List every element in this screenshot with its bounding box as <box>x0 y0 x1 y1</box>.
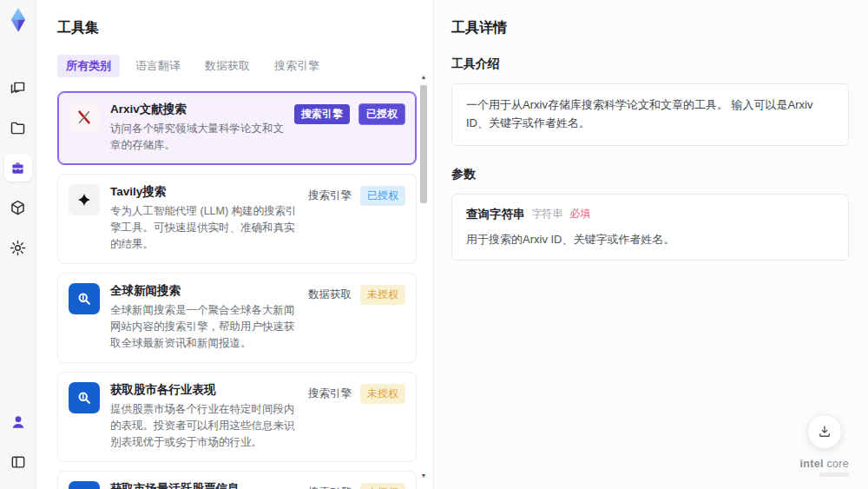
param-required-badge: 必填 <box>570 207 591 221</box>
intro-heading: 工具介绍 <box>451 56 849 72</box>
scrollbar-thumb[interactable] <box>420 85 427 203</box>
tool-description: 全球新闻搜索是一个聚合全球各大新闻网站内容的搜索引擎，帮助用户快速获取全球最新资… <box>110 302 299 353</box>
tool-list-item[interactable]: Arxiv文献搜索 访问各个研究领域大量科学论文和文章的存储库。 搜索引擎 已授… <box>57 91 417 165</box>
auth-status-badge: 未授权 <box>360 384 405 404</box>
tab-0[interactable]: 所有类别 <box>57 55 120 77</box>
scroll-up-arrow[interactable]: ▲ <box>419 73 428 82</box>
auth-status-badge: 已授权 <box>360 186 405 206</box>
param-description: 用于搜索的Arxiv ID、关键字或作者姓名。 <box>466 231 834 248</box>
search-blue-icon <box>69 382 100 413</box>
tool-name: Arxiv文献搜索 <box>110 102 286 118</box>
toolbox-icon[interactable] <box>4 154 32 182</box>
sidebar <box>0 0 36 489</box>
parameter-card: 查询字符串 字符串 必填 用于搜索的Arxiv ID、关键字或作者姓名。 <box>451 194 849 261</box>
param-type: 字符串 <box>532 207 563 221</box>
tool-name: 获取市场最活跃股票信息 <box>110 481 299 489</box>
tool-list-item[interactable]: Tavily搜索 专为人工智能代理 (LLM) 构建的搜索引擎工具。可快速提供实… <box>57 174 417 264</box>
tool-list-panel: 工具集 所有类别语言翻译数据获取搜索引擎 Arxiv文献搜索 访问各个研究领域大… <box>36 0 433 489</box>
category-badge: 搜索引擎 <box>308 486 352 489</box>
tool-name: 全球新闻搜索 <box>110 283 299 300</box>
intel-core-logo: intel core <box>799 458 849 477</box>
tool-list-item[interactable]: 全球新闻搜索 全球新闻搜索是一个聚合全球各大新闻网站内容的搜索引擎，帮助用户快速… <box>57 273 417 363</box>
category-badge: 搜索引擎 <box>294 104 350 124</box>
cube-icon[interactable] <box>4 194 32 221</box>
params-heading: 参数 <box>451 167 849 182</box>
tab-2[interactable]: 数据获取 <box>196 55 259 77</box>
auth-status-badge: 已授权 <box>358 103 405 125</box>
auth-status-badge: 未授权 <box>360 285 405 305</box>
corner-widgets: intel core <box>799 414 849 477</box>
settings-gear-icon[interactable] <box>4 234 32 261</box>
scroll-down-arrow[interactable]: ▼ <box>419 472 428 480</box>
scrollbar[interactable]: ▲ ▼ <box>419 73 428 480</box>
app-logo <box>5 7 31 33</box>
tool-list-item[interactable]: 获取市场最活跃股票信息 提供当天交易量最高的股票列表。投资者可以利用这些信息来识… <box>57 471 417 489</box>
category-badge: 搜索引擎 <box>308 188 352 203</box>
star-icon <box>69 184 100 215</box>
search-blue-icon <box>69 481 100 489</box>
tab-1[interactable]: 语言翻译 <box>127 55 189 77</box>
tab-3[interactable]: 搜索引擎 <box>266 55 328 77</box>
tool-list-item[interactable]: 获取股市各行业表现 提供股票市场各个行业在特定时间段内的表现。投资者可以利用这些… <box>57 372 417 462</box>
avatar-icon[interactable] <box>4 408 32 436</box>
download-button[interactable] <box>807 414 842 449</box>
intel-sub-badge <box>819 472 849 477</box>
tool-description: 访问各个研究领域大量科学论文和文章的存储库。 <box>110 121 286 155</box>
search-blue-icon <box>69 283 100 314</box>
tool-description: 提供股票市场各个行业在特定时间段内的表现。投资者可以利用这些信息来识别表现优于或… <box>110 401 299 452</box>
auth-status-badge: 未授权 <box>360 483 405 489</box>
category-tabs: 所有类别语言翻译数据获取搜索引擎 <box>57 55 433 77</box>
app-window: 工具集 所有类别语言翻译数据获取搜索引擎 Arxiv文献搜索 访问各个研究领域大… <box>0 0 868 489</box>
page-title: 工具集 <box>57 19 433 37</box>
folder-icon[interactable] <box>4 114 32 142</box>
tool-name: 获取股市各行业表现 <box>110 382 299 399</box>
panel-toggle-icon[interactable] <box>4 448 32 476</box>
param-name: 查询字符串 <box>466 207 525 222</box>
tool-name: Tavily搜索 <box>110 184 299 201</box>
details-title: 工具详情 <box>451 19 849 37</box>
tool-description: 专为人工智能代理 (LLM) 构建的搜索引擎工具。可快速提供实时、准确和真实的结… <box>110 203 299 254</box>
tool-intro-text: 一个用于从Arxiv存储库搜索科学论文和文章的工具。 输入可以是Arxiv ID… <box>451 83 849 146</box>
chat-icon[interactable] <box>4 74 32 102</box>
category-badge: 搜索引擎 <box>308 387 352 401</box>
arxiv-icon <box>69 102 100 133</box>
category-badge: 数据获取 <box>308 287 352 302</box>
tool-list: Arxiv文献搜索 访问各个研究领域大量科学论文和文章的存储库。 搜索引擎 已授… <box>57 91 417 489</box>
tool-details-panel: 工具详情 工具介绍 一个用于从Arxiv存储库搜索科学论文和文章的工具。 输入可… <box>433 0 868 489</box>
